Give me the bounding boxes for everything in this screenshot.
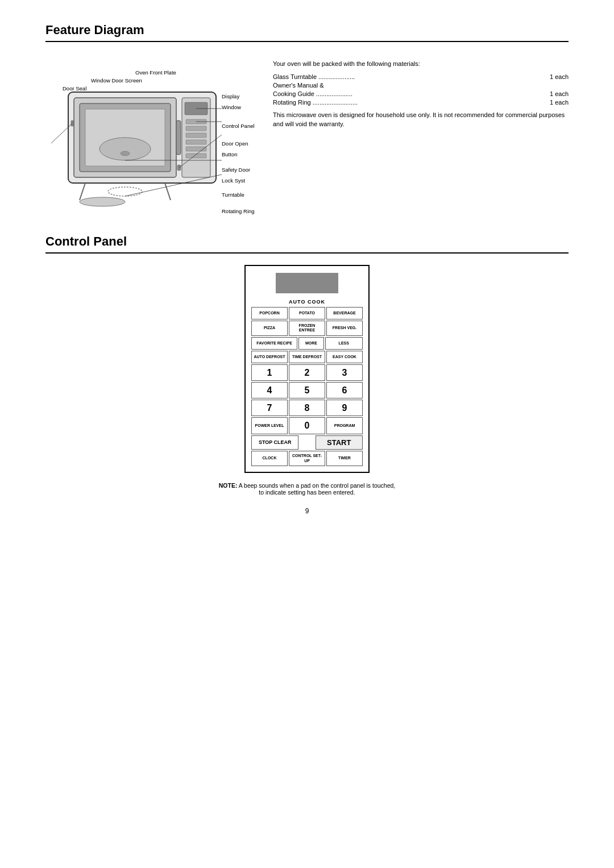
microwave-illustration [45,86,239,211]
num-1-button[interactable]: 1 [251,364,288,381]
easy-cook-button[interactable]: Easy Cook [326,351,363,363]
svg-line-17 [80,183,85,200]
power-level-button[interactable]: Power Level [251,417,288,434]
note-bold: NOTE: [219,482,238,489]
num-3-button[interactable]: 3 [326,364,363,381]
svg-rect-10 [186,133,206,138]
control-panel-content: Auto Cook Popcorn Potato Beverage Pizza … [45,265,569,496]
num-4-button[interactable]: 4 [251,382,288,398]
row-clock-control-timer: Clock Control Set-Up Timer [251,451,363,466]
favorite-recipe-button[interactable]: Favorite Recipe [251,337,297,350]
panel-container: Auto Cook Popcorn Potato Beverage Pizza … [244,265,370,473]
num-6-button[interactable]: 6 [326,382,363,398]
auto-defrost-button[interactable]: Auto Defrost [251,351,288,363]
row-favorite-more-less: Favorite Recipe More Less [251,337,363,350]
num-8-button[interactable]: 8 [289,400,325,416]
fresh-veg-button[interactable]: Fresh Veg. [326,321,363,336]
svg-line-18 [165,183,171,200]
num-5-button[interactable]: 5 [289,382,325,398]
svg-rect-11 [186,140,206,144]
page-number: 9 [45,507,569,515]
row-456: 4 5 6 [251,382,363,398]
row-789: 7 8 9 [251,400,363,416]
svg-rect-14 [176,121,181,155]
note-content: A beep sounds when a pad on the control … [237,482,395,496]
panel-display [276,273,338,293]
material-glass-turntable-name: Glass Turntable ..................... [273,73,355,80]
label-door-open-button: Door Open Button [222,138,256,160]
label-turntable: Turntable [222,189,256,200]
materials-list: Glass Turntable ..................... 1 … [273,73,569,106]
row-popcorn-potato-beverage: Popcorn Potato Beverage [251,307,363,319]
popcorn-button[interactable]: Popcorn [251,307,288,319]
control-panel-title: Control Panel [45,234,569,254]
material-rotating-ring-name: Rotating Ring .......................... [273,99,358,106]
diagram-right: Your oven will be packed with the follow… [273,53,569,211]
materials-intro: Your oven will be packed with the follow… [273,59,569,69]
label-oven-front-plate: Oven Front Plate [135,69,176,76]
row-123: 1 2 3 [251,364,363,381]
diagram-left: Oven Front Plate Window Door Screen Door… [45,53,256,211]
label-safety-door: Safety Door Lock Syst [222,164,256,186]
start-button[interactable]: Start [316,435,363,450]
material-cooking-guide-qty: 1 each [550,90,569,97]
label-display-window: Display Window [222,91,256,113]
stop-clear-button[interactable]: Stop Clear [251,435,298,450]
spacer [300,435,314,450]
control-setup-button[interactable]: Control Set-Up [289,451,325,466]
diagram-wrapper: Oven Front Plate Window Door Screen Door… [45,53,256,211]
svg-rect-13 [186,153,206,158]
label-window-door-screen: Window Door Screen [91,77,142,84]
material-rotating-ring-qty: 1 each [550,99,569,106]
material-cooking-guide-name: Cooking Guide ..................... [273,90,352,97]
row-defrost-easycook: Auto Defrost Time Defrost Easy Cook [251,351,363,363]
material-owners-manual-name: Owner's Manual & [273,82,324,89]
auto-cook-label: Auto Cook [251,299,363,305]
row-stop-start: Stop Clear Start [251,435,363,450]
num-0-button[interactable]: 0 [289,417,325,434]
beverage-button[interactable]: Beverage [326,307,363,319]
row-power-0-program: Power Level 0 Program [251,417,363,434]
num-2-button[interactable]: 2 [289,364,325,381]
control-panel-section: Control Panel Auto Cook Popcorn Potato B… [45,234,569,496]
feature-diagram-content: Oven Front Plate Window Door Screen Door… [45,53,569,211]
potato-button[interactable]: Potato [289,307,325,319]
label-door-seal: Door Seal [63,85,86,92]
num-9-button[interactable]: 9 [326,400,363,416]
label-control-panel: Control Panel [222,121,256,131]
feature-diagram-title: Feature Diagram [45,23,569,42]
disclaimer: This microwave oven is designed for hous… [273,110,569,129]
timer-button[interactable]: Timer [326,451,363,466]
material-glass-turntable-qty: 1 each [550,73,569,80]
more-button[interactable]: More [298,337,323,350]
svg-point-19 [80,197,125,206]
frozen-entree-button[interactable]: Frozen Entree [289,321,325,336]
svg-point-20 [108,187,142,196]
num-7-button[interactable]: 7 [251,400,288,416]
pizza-button[interactable]: Pizza [251,321,288,336]
clock-button[interactable]: Clock [251,451,288,466]
svg-rect-9 [186,126,206,131]
less-button[interactable]: Less [325,337,363,350]
note-text: NOTE: A beep sounds when a pad on the co… [216,482,398,496]
time-defrost-button[interactable]: Time Defrost [289,351,325,363]
program-button[interactable]: Program [326,417,363,434]
svg-point-4 [99,138,151,160]
label-rotating-ring: Rotating Ring [222,206,256,217]
svg-point-5 [121,151,130,156]
row-pizza-frozen-fresh: Pizza Frozen Entree Fresh Veg. [251,321,363,336]
